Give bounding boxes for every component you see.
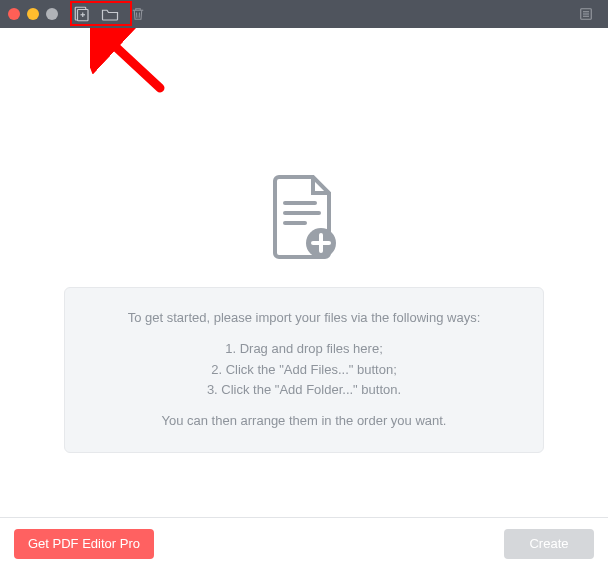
create-button: Create — [504, 529, 594, 559]
minimize-window-button[interactable] — [27, 8, 39, 20]
add-folder-button[interactable] — [96, 3, 124, 25]
instruction-step: 2. Click the "Add Files..." button; — [83, 360, 525, 381]
instructions-outro: You can then arrange them in the order y… — [83, 411, 525, 432]
instruction-step: 1. Drag and drop files here; — [83, 339, 525, 360]
list-icon — [577, 6, 595, 22]
close-window-button[interactable] — [8, 8, 20, 20]
footer-bar: Get PDF Editor Pro Create — [0, 517, 608, 569]
titlebar — [0, 0, 608, 28]
window-controls — [8, 8, 58, 20]
document-add-icon — [265, 173, 343, 267]
get-pro-button[interactable]: Get PDF Editor Pro — [14, 529, 154, 559]
zoom-window-button[interactable] — [46, 8, 58, 20]
folder-icon — [101, 6, 119, 22]
list-view-button[interactable] — [572, 3, 600, 25]
trash-icon — [129, 6, 147, 22]
instructions-panel: To get started, please import your files… — [64, 287, 544, 453]
trash-button[interactable] — [124, 3, 152, 25]
main-dropzone[interactable]: To get started, please import your files… — [0, 28, 608, 517]
instruction-step: 3. Click the "Add Folder..." button. — [83, 380, 525, 401]
instructions-intro: To get started, please import your files… — [83, 308, 525, 329]
instructions-steps: 1. Drag and drop files here; 2. Click th… — [83, 339, 525, 401]
add-files-button[interactable] — [68, 3, 96, 25]
add-files-icon — [73, 6, 91, 22]
